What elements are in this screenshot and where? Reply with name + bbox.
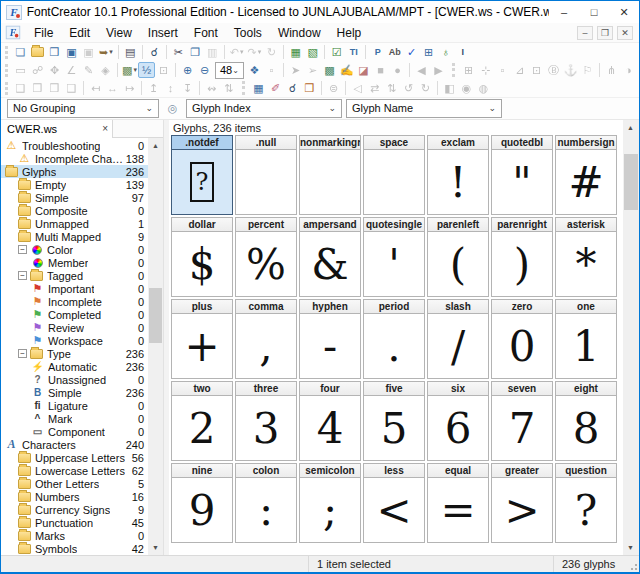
tree-scrollbar-thumb[interactable] bbox=[149, 288, 162, 343]
rotate-ccw-icon[interactable]: ↺ bbox=[400, 80, 417, 96]
cut-icon[interactable]: ✂ bbox=[170, 44, 187, 60]
insert-characters-icon[interactable]: ▧ bbox=[304, 44, 321, 60]
background-image-icon[interactable]: ▩▾ bbox=[121, 62, 138, 78]
fill-tool-icon[interactable]: ◈ bbox=[97, 62, 114, 78]
zoom-out-icon[interactable]: ⊖ bbox=[196, 62, 213, 78]
insert-glyphs-icon[interactable]: ▦ bbox=[287, 44, 304, 60]
minimize-button[interactable]: – bbox=[549, 1, 579, 23]
glyph-cell-parenright[interactable]: parenright) bbox=[491, 217, 553, 297]
tree-item-incomplete-characters[interactable]: ⚠Incomplete Characters138 bbox=[1, 152, 148, 165]
tab-cwer-ws[interactable]: CWER.ws × bbox=[1, 120, 113, 138]
tree-item-component[interactable]: ▭Component0 bbox=[1, 425, 148, 438]
glyph-edit-icon[interactable]: ✍ bbox=[338, 62, 355, 78]
rotate-cw-icon[interactable]: ↻ bbox=[417, 80, 434, 96]
move-grid-icon[interactable]: ⊹ bbox=[477, 62, 494, 78]
mdi-restore-button[interactable]: ❐ bbox=[597, 26, 613, 40]
glyph-cell-three[interactable]: three3 bbox=[235, 381, 297, 461]
compare-glyphs-icon[interactable]: ☌ bbox=[284, 80, 301, 96]
align-center-icon[interactable]: ↔ bbox=[104, 80, 121, 96]
next-glyph-icon[interactable]: ▶ bbox=[430, 62, 447, 78]
maximize-button[interactable]: □ bbox=[579, 1, 609, 23]
collapse-icon[interactable]: − bbox=[18, 349, 27, 358]
distribute-vertical-icon[interactable]: ⇅ bbox=[220, 80, 237, 96]
glyph-cell-plus[interactable]: plus+ bbox=[171, 299, 233, 379]
glyph-cell-nine[interactable]: nine9 bbox=[171, 463, 233, 543]
grid-scrollbar-thumb[interactable] bbox=[624, 154, 638, 210]
on-off-curve-icon[interactable]: ◑ bbox=[620, 62, 637, 78]
tree-item-unmapped[interactable]: Unmapped1 bbox=[1, 217, 148, 230]
align-middle-icon[interactable]: ↕ bbox=[162, 80, 179, 96]
tree-item-simple[interactable]: BSimple236 bbox=[1, 386, 148, 399]
save-copy-icon[interactable]: ▣ bbox=[80, 44, 97, 60]
draw-tool-icon[interactable]: ✎ bbox=[80, 62, 97, 78]
glyph-cell-parenleft[interactable]: parenleft( bbox=[427, 217, 489, 297]
glyph-cell-nonmarkingr[interactable]: nonmarkingr... bbox=[299, 135, 361, 215]
menu-insert[interactable]: Insert bbox=[140, 23, 186, 42]
optical-bounds-icon[interactable]: ⊜ bbox=[325, 80, 342, 96]
glyph-cell-space[interactable]: space bbox=[363, 135, 425, 215]
tree-item-workspace[interactable]: ⚑Workspace0 bbox=[1, 334, 148, 347]
tree-item-characters[interactable]: ACharacters240 bbox=[1, 438, 148, 451]
menu-font[interactable]: Font bbox=[186, 23, 226, 42]
glyph-cell-colon[interactable]: colon: bbox=[235, 463, 297, 543]
glyph-cell-null[interactable]: .null bbox=[235, 135, 297, 215]
tree-item-automatic[interactable]: ⚡Automatic236 bbox=[1, 360, 148, 373]
glyph-cell-ampersand[interactable]: ampersand& bbox=[299, 217, 361, 297]
tree-item-member[interactable]: Member0 bbox=[1, 256, 148, 269]
glyph-cell-semicolon[interactable]: semicolon; bbox=[299, 463, 361, 543]
flip-horizontal-icon[interactable]: ⇄ bbox=[366, 80, 383, 96]
grid-scrollbar[interactable]: ▲ ▼ bbox=[623, 120, 639, 555]
glyph-cell-percent[interactable]: percent% bbox=[235, 217, 297, 297]
tree-item-important[interactable]: ⚑Important0 bbox=[1, 282, 148, 295]
scroll-up-icon[interactable]: ▲ bbox=[623, 120, 638, 135]
send-backward-icon[interactable]: ❒ bbox=[46, 80, 63, 96]
tree-item-type[interactable]: −Type236 bbox=[1, 347, 148, 360]
glyph-cell-zero[interactable]: zero0 bbox=[491, 299, 553, 379]
zoom-in-icon[interactable]: ⊕ bbox=[179, 62, 196, 78]
eraser-tool-icon[interactable]: ◪ bbox=[355, 62, 372, 78]
component-browser-icon[interactable]: ❒ bbox=[301, 80, 318, 96]
find-icon[interactable]: ☌ bbox=[146, 44, 163, 60]
redo-icon[interactable]: ↷▾ bbox=[245, 44, 263, 60]
points-preview-icon[interactable]: ⊡ bbox=[155, 62, 172, 78]
glyph-cell-quotedbl[interactable]: quotedbl" bbox=[491, 135, 553, 215]
measure-tool-icon[interactable]: ∠ bbox=[63, 62, 80, 78]
intersect-contours-icon[interactable]: ◉ bbox=[458, 80, 475, 96]
close-button[interactable]: ✕ bbox=[609, 1, 639, 23]
test-font-icon[interactable]: ☑ bbox=[328, 44, 345, 60]
glyph-cell-less[interactable]: less< bbox=[363, 463, 425, 543]
flip-vertical-icon[interactable]: ⇅ bbox=[383, 80, 400, 96]
undo-icon[interactable]: ↶▾ bbox=[228, 44, 246, 60]
save-font-icon[interactable]: ▣ bbox=[63, 44, 80, 60]
tree-item-currency-signs[interactable]: Currency Signs9 bbox=[1, 503, 148, 516]
document-icon[interactable]: F bbox=[6, 26, 20, 40]
glyph-cell-asterisk[interactable]: asterisk* bbox=[555, 217, 617, 297]
glyph-cell-seven[interactable]: seven7 bbox=[491, 381, 553, 461]
zoom-rect-icon[interactable]: ▫ bbox=[263, 62, 280, 78]
menu-edit[interactable]: Edit bbox=[61, 23, 98, 42]
contour-mode-icon[interactable]: ➢ bbox=[304, 62, 321, 78]
select-tool-icon[interactable]: ▭ bbox=[12, 62, 29, 78]
glyph-cell-question[interactable]: question? bbox=[555, 463, 617, 543]
tree-item-color[interactable]: −Color0 bbox=[1, 243, 148, 256]
collapse-icon[interactable]: − bbox=[18, 271, 27, 280]
menu-help[interactable]: Help bbox=[329, 23, 370, 42]
align-right-icon[interactable]: ↦ bbox=[121, 80, 138, 96]
union-contours-icon[interactable]: ◧ bbox=[441, 80, 458, 96]
grouping-settings-icon[interactable]: ◎ bbox=[163, 99, 182, 118]
image-tool-icon[interactable]: ▩ bbox=[321, 62, 338, 78]
tree-item-multi-mapped[interactable]: Multi Mapped9 bbox=[1, 230, 148, 243]
tree-item-empty[interactable]: Empty139 bbox=[1, 178, 148, 191]
print-icon[interactable]: ▤ bbox=[122, 44, 139, 60]
glyph-cell-period[interactable]: period. bbox=[363, 299, 425, 379]
distribute-horizontal-icon[interactable]: ↭ bbox=[203, 80, 220, 96]
autonaming-icon[interactable]: Ab bbox=[386, 44, 403, 60]
menu-file[interactable]: File bbox=[26, 23, 61, 42]
tree-item-incomplete[interactable]: ⚑Incomplete0 bbox=[1, 295, 148, 308]
insert-text-icon[interactable]: I bbox=[454, 44, 471, 60]
tree-item-glyphs[interactable]: Glyphs236 bbox=[1, 165, 148, 178]
copy-icon[interactable]: ❐ bbox=[187, 44, 204, 60]
scroll-up-icon[interactable]: ▲ bbox=[148, 138, 163, 153]
glyph-cell-quotesingle[interactable]: quotesingle' bbox=[363, 217, 425, 297]
export-font-icon[interactable]: ➥▾ bbox=[97, 44, 115, 60]
